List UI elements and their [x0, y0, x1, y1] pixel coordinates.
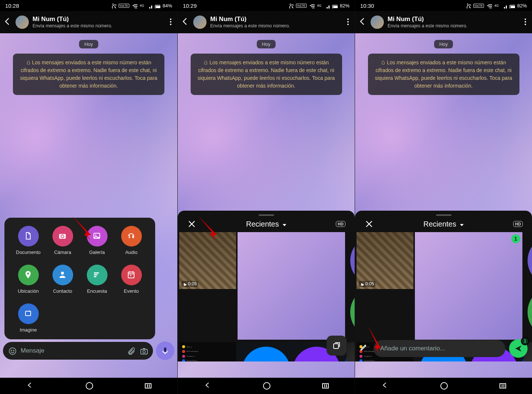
- location-icon: [18, 265, 39, 285]
- emoji-icon[interactable]: [8, 347, 16, 355]
- gallery-thumb[interactable]: [347, 342, 355, 361]
- lock-icon: [26, 60, 31, 65]
- attach-imagine[interactable]: Imagine: [11, 303, 45, 333]
- selection-badge: 1: [511, 234, 520, 243]
- chat-header: Mi Num (Tú) Envía mensajes a este mismo …: [0, 11, 177, 33]
- attach-icon[interactable]: [127, 347, 135, 355]
- status-net: 4G: [140, 4, 144, 7]
- nav-recents[interactable]: [322, 383, 329, 388]
- encryption-text: Los mensajes enviados a este mismo númer…: [198, 60, 335, 89]
- camera-icon[interactable]: [140, 347, 148, 355]
- nav-home[interactable]: [263, 382, 270, 390]
- lock-icon: [204, 60, 208, 65]
- album-selector[interactable]: Recientes: [246, 220, 286, 228]
- attach-audio[interactable]: Audio: [114, 226, 149, 255]
- status-battery: 84%: [163, 3, 172, 9]
- avatar[interactable]: [16, 16, 29, 29]
- more-button[interactable]: [344, 17, 352, 27]
- chat-title: Mi Num (Tú): [210, 16, 340, 23]
- chat-title: Mi Num (Tú): [33, 16, 163, 23]
- album-selector[interactable]: Recientes: [423, 220, 464, 228]
- attach-camera[interactable]: Cámara: [45, 226, 80, 255]
- chat-subtitle: Envía mensajes a este mismo número.: [210, 23, 340, 29]
- back-button[interactable]: [358, 17, 367, 27]
- attach-label: Imagine: [20, 327, 37, 333]
- gallery-sheet: Recientes HD 0:05 Glovo ● McDonald's App…: [178, 211, 355, 361]
- sheet-handle[interactable]: [259, 214, 274, 216]
- battery-icon: [332, 3, 338, 9]
- message-input[interactable]: Mensaje: [3, 342, 153, 360]
- gallery-thumb[interactable]: Glovo ● McDonald's App ● Instagram ● Per…: [179, 342, 236, 361]
- close-button[interactable]: [184, 220, 200, 228]
- chat-subtitle: Envía mensajes a este mismo número.: [388, 23, 517, 29]
- gallery-thumb[interactable]: [238, 232, 345, 340]
- back-button[interactable]: [181, 17, 190, 27]
- sheet-handle[interactable]: [436, 214, 451, 216]
- chat-title-area[interactable]: Mi Num (Tú) Envía mensajes a este mismo …: [210, 16, 340, 28]
- attach-gallery[interactable]: Galería: [80, 226, 114, 255]
- more-button[interactable]: [521, 17, 529, 27]
- wifi-icon: [132, 3, 137, 9]
- send-button[interactable]: 1: [509, 339, 528, 358]
- chat-title-area[interactable]: Mi Num (Tú) Envía mensajes a este mismo …: [33, 16, 163, 28]
- attach-poll[interactable]: Encuesta: [80, 265, 114, 294]
- gallery-thumb[interactable]: 0:05: [179, 232, 236, 289]
- encryption-notice[interactable]: Los mensajes enviados a este mismo númer…: [13, 54, 164, 95]
- status-bar: 10:29 VoLTE 4G 82%: [178, 0, 355, 11]
- edit-button[interactable]: [359, 343, 370, 354]
- person-icon: [52, 265, 73, 285]
- nav-back[interactable]: [26, 381, 34, 391]
- gallery-thumb[interactable]: [347, 232, 355, 341]
- lock-icon: [381, 60, 385, 65]
- avatar[interactable]: [193, 16, 207, 29]
- video-badge: 0:05: [181, 281, 198, 287]
- chat-title-area[interactable]: Mi Num (Tú) Envía mensajes a este mismo …: [388, 16, 517, 28]
- hd-badge: HD: [336, 221, 345, 227]
- status-time: 10:30: [360, 3, 374, 9]
- more-button[interactable]: [166, 17, 174, 27]
- gallery-thumb[interactable]: 0:05: [357, 232, 413, 289]
- encryption-text: Los mensajes enviados a este mismo númer…: [375, 60, 512, 89]
- chat-body: Hoy Los mensajes enviados a este mismo n…: [0, 33, 177, 378]
- hd-toggle[interactable]: HD: [332, 221, 349, 227]
- comment-input[interactable]: Añade un comentario...: [374, 340, 505, 357]
- battery-icon: [509, 3, 515, 9]
- nav-back[interactable]: [204, 381, 212, 391]
- attach-contact[interactable]: Contacto: [45, 265, 80, 294]
- attach-document[interactable]: Documento: [11, 226, 45, 255]
- hd-toggle[interactable]: HD: [510, 221, 526, 227]
- nav-back[interactable]: [381, 381, 389, 391]
- image-icon: [87, 226, 108, 247]
- ai-image-icon: [18, 303, 39, 324]
- avatar[interactable]: [371, 16, 384, 29]
- wifi-icon: [309, 3, 315, 9]
- mic-button[interactable]: [156, 342, 174, 360]
- nav-recents[interactable]: [145, 383, 151, 388]
- alarm-icon: [288, 3, 294, 9]
- battery-icon: [154, 3, 160, 9]
- albums-button[interactable]: [327, 336, 347, 356]
- encryption-notice[interactable]: Los mensajes enviados a este mismo númer…: [191, 54, 342, 95]
- status-battery: 82%: [340, 3, 349, 9]
- nav-home[interactable]: [440, 382, 448, 390]
- status-time: 10:28: [5, 3, 19, 9]
- nav-recents[interactable]: [499, 383, 506, 388]
- encryption-text: Los mensajes enviados a este mismo númer…: [20, 60, 157, 89]
- close-button[interactable]: [361, 220, 377, 228]
- status-icons: VoLTE 4G 82%: [288, 3, 349, 9]
- send-count: 1: [521, 337, 529, 345]
- back-button[interactable]: [3, 17, 12, 27]
- gallery-thumb-selected[interactable]: 1: [415, 232, 522, 340]
- attach-location[interactable]: Ubicación: [11, 265, 45, 294]
- status-icons: VoLTE 4G 84%: [110, 3, 172, 9]
- nav-home[interactable]: [86, 382, 93, 390]
- attach-event[interactable]: Evento: [114, 265, 149, 294]
- attach-label: Evento: [124, 288, 139, 294]
- gallery-thumb[interactable]: [524, 232, 532, 341]
- attach-label: Ubicación: [18, 288, 39, 294]
- sheet-header: Recientes HD: [355, 218, 532, 232]
- status-net: 4G: [494, 4, 499, 7]
- encryption-notice[interactable]: Los mensajes enviados a este mismo númer…: [368, 54, 519, 95]
- attach-label: Galería: [89, 249, 105, 255]
- chat-title: Mi Num (Tú): [388, 16, 517, 23]
